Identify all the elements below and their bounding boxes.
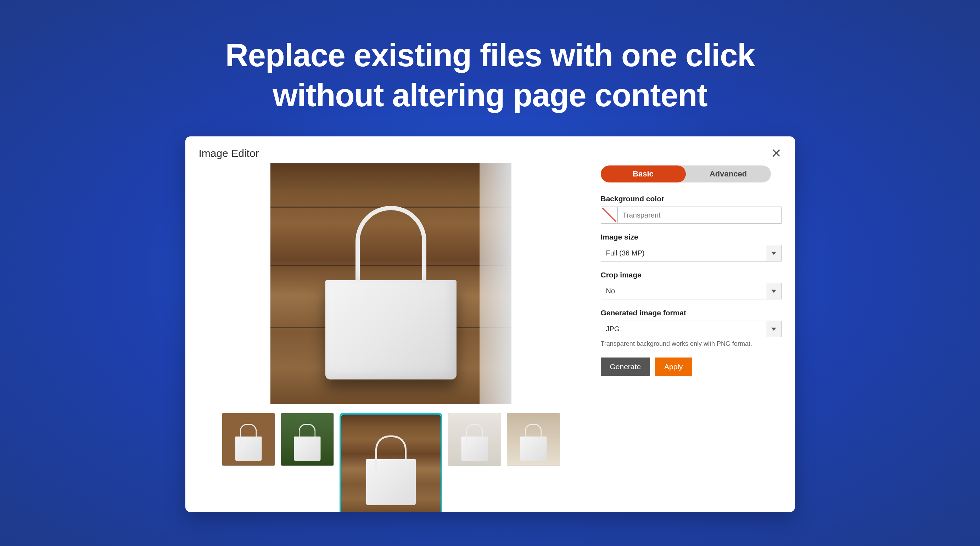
thumbnail-strip: Replace original (222, 413, 560, 512)
marketing-headline: Replace existing files with one click wi… (226, 35, 755, 115)
apply-button[interactable]: Apply (655, 357, 692, 376)
mode-tabs: Basic Advanced (601, 165, 771, 183)
image-size-select[interactable]: Full (36 MP) (601, 245, 781, 262)
crop-label: Crop image (601, 271, 781, 279)
image-editor-panel: Image Editor ✕ (185, 136, 795, 512)
settings-column: Basic Advanced Background color Image si… (601, 163, 781, 512)
thumbnail-4[interactable] (448, 413, 501, 466)
generate-button[interactable]: Generate (601, 357, 651, 376)
thumbnail-2[interactable] (281, 413, 334, 466)
thumbnail-selected[interactable]: Replace original (340, 413, 442, 512)
image-size-label: Image size (601, 233, 781, 241)
image-size-value: Full (36 MP) (601, 245, 766, 262)
bg-color-input[interactable] (618, 206, 781, 224)
crop-value: No (601, 283, 766, 299)
chevron-down-icon[interactable] (766, 245, 781, 262)
crop-select[interactable]: No (601, 283, 781, 299)
bg-color-label: Background color (601, 195, 781, 203)
image-preview-column: Replace original (199, 163, 583, 512)
close-icon[interactable]: ✕ (771, 147, 781, 160)
thumbnail-5[interactable] (507, 413, 560, 466)
chevron-down-icon[interactable] (766, 321, 781, 337)
format-value: JPG (601, 321, 766, 337)
panel-title: Image Editor (199, 148, 259, 159)
tab-advanced[interactable]: Advanced (686, 165, 771, 183)
format-hint: Transparent background works only with P… (601, 340, 781, 348)
format-label: Generated image format (601, 309, 781, 317)
main-image-preview (270, 163, 511, 404)
transparent-swatch-icon[interactable] (601, 206, 618, 224)
tab-basic[interactable]: Basic (601, 165, 686, 183)
chevron-down-icon[interactable] (766, 283, 781, 299)
thumbnail-1[interactable] (222, 413, 275, 466)
format-select[interactable]: JPG (601, 321, 781, 337)
